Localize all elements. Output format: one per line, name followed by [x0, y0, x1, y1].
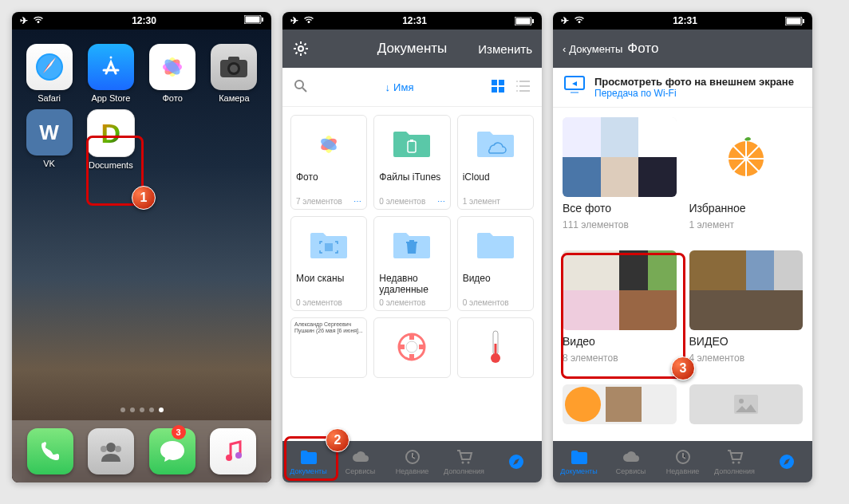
wifi-icon	[33, 15, 44, 26]
album-favorites[interactable]: Избранное 1 элемент	[689, 117, 804, 238]
svg-point-22	[295, 81, 303, 89]
screen-icon	[564, 76, 585, 93]
app-camera[interactable]: Камера	[205, 44, 263, 103]
svg-point-14	[101, 446, 107, 452]
folder-icon	[309, 230, 349, 262]
app-safari[interactable]: Safari	[20, 44, 78, 103]
tab-bar: Документы Сервисы Недавние Дополнения	[282, 441, 542, 482]
messages-badge: 3	[172, 425, 186, 439]
compass-icon	[507, 453, 526, 471]
edit-button[interactable]: Изменить	[476, 42, 532, 56]
lifebuoy-icon	[396, 331, 428, 363]
image-icon	[734, 395, 758, 414]
svg-rect-10	[228, 57, 239, 61]
page-dots[interactable]	[12, 408, 271, 412]
folder-icon	[570, 448, 589, 466]
folder-icon	[299, 448, 318, 466]
svg-point-37	[406, 341, 417, 352]
list-view-button[interactable]	[516, 79, 531, 96]
svg-point-27	[516, 81, 518, 82]
album-video[interactable]: Видео 8 элементов	[563, 250, 677, 371]
folder-scans[interactable]: Мои сканы 0 элементов	[290, 216, 367, 311]
settings-button[interactable]	[292, 40, 348, 57]
thermometer-icon	[489, 329, 502, 364]
wifi-banner[interactable]: Просмотреть фото на внешнем экране Перед…	[553, 68, 812, 108]
file-help[interactable]	[373, 317, 450, 378]
svg-rect-40	[494, 344, 496, 358]
orange-icon	[722, 133, 770, 181]
airplane-icon: ✈︎	[20, 15, 28, 26]
svg-point-13	[106, 443, 116, 452]
folder-trash[interactable]: Недавно удаленные 0 элементов	[373, 216, 450, 311]
status-bar: ✈︎ 12:30	[12, 12, 271, 30]
status-bar: ✈︎ 12:31	[553, 12, 812, 30]
svg-point-43	[467, 462, 469, 464]
airplane-icon: ✈︎	[290, 15, 298, 26]
dock-phone[interactable]	[27, 428, 73, 474]
album-all-photos[interactable]: Все фото 111 элементов	[563, 117, 677, 238]
tab-documents[interactable]: Документы	[553, 441, 605, 482]
wifi-icon	[303, 15, 314, 26]
svg-rect-46	[786, 18, 800, 24]
app-photos[interactable]: Фото	[144, 44, 202, 103]
svg-rect-25	[492, 87, 497, 93]
toolbar: ↓Имя	[282, 68, 542, 107]
page-title: Фото	[627, 41, 747, 57]
tab-recent[interactable]: Недавние	[657, 441, 709, 482]
svg-rect-1	[245, 17, 259, 23]
album-extra-1[interactable]	[563, 384, 677, 431]
back-button[interactable]: ‹Документы	[563, 43, 622, 55]
svg-rect-24	[499, 80, 504, 85]
album-video-caps[interactable]: ВИДЕО 4 элементов	[689, 250, 804, 371]
svg-point-15	[115, 446, 121, 452]
search-button[interactable]	[294, 79, 308, 96]
battery-icon	[244, 15, 263, 26]
svg-rect-23	[492, 80, 497, 85]
nav-bar: Документы Изменить	[282, 30, 542, 68]
dock-contacts[interactable]	[88, 428, 134, 474]
tab-addons[interactable]: Дополнения	[438, 441, 490, 482]
folder-icon	[392, 230, 432, 262]
sort-button[interactable]: ↓Имя	[385, 81, 414, 93]
svg-point-12	[230, 65, 238, 73]
tab-services[interactable]: Сервисы	[605, 441, 657, 482]
folder-icon	[476, 128, 515, 160]
chevron-left-icon: ‹	[563, 43, 566, 55]
wifi-icon	[574, 15, 585, 26]
svg-rect-19	[515, 18, 530, 24]
callout-num-3: 3	[671, 356, 695, 380]
tab-bar: Документы Сервисы Недавние Дополнения	[553, 441, 812, 482]
more-icon[interactable]: ⋯	[437, 197, 445, 206]
cloud-icon	[622, 448, 641, 466]
tab-recent[interactable]: Недавние	[386, 441, 438, 482]
gear-icon	[292, 40, 310, 57]
dock-music[interactable]	[210, 428, 256, 474]
album-extra-2[interactable]	[689, 384, 804, 431]
folder-photos[interactable]: Фото 7 элементов⋯	[290, 115, 367, 210]
grid-icon	[491, 79, 505, 93]
tab-browser[interactable]	[760, 441, 812, 482]
tab-addons[interactable]: Дополнения	[709, 441, 760, 482]
screen-home: ✈︎ 12:30 Safari App Store Фото Камера WV…	[12, 12, 271, 482]
svg-rect-47	[803, 19, 804, 23]
grid-view-button[interactable]	[491, 79, 505, 96]
file-thermo[interactable]	[457, 317, 534, 378]
more-icon[interactable]: ⋯	[353, 197, 361, 206]
screen-documents: ✈︎ 12:31 Документы Изменить ↓Имя Фото 7 …	[282, 12, 542, 482]
clock-icon	[673, 448, 693, 466]
tab-browser[interactable]	[490, 441, 542, 482]
app-vk[interactable]: WVK	[20, 109, 78, 170]
svg-rect-34	[410, 140, 413, 142]
dock-messages[interactable]: 3	[149, 428, 195, 474]
file-doc[interactable]: Александр Сергеевич Пушкин (26 мая [6 ию…	[290, 317, 367, 378]
search-icon	[294, 79, 308, 93]
folder-video[interactable]: Видео 0 элементов	[457, 216, 534, 311]
tab-documents[interactable]: Документы	[282, 441, 334, 482]
screen-photo-albums: ✈︎ 12:31 ‹Документы Фото Просмотреть фот…	[553, 12, 812, 482]
app-documents[interactable]: DDocuments	[81, 109, 140, 170]
app-appstore[interactable]: App Store	[81, 44, 140, 103]
clock: 12:31	[402, 15, 427, 26]
status-bar: ✈︎ 12:31	[282, 12, 542, 30]
folder-icloud[interactable]: iCloud 1 элемент	[457, 115, 534, 210]
folder-itunes[interactable]: Файлы iTunes 0 элементов⋯	[373, 115, 450, 210]
